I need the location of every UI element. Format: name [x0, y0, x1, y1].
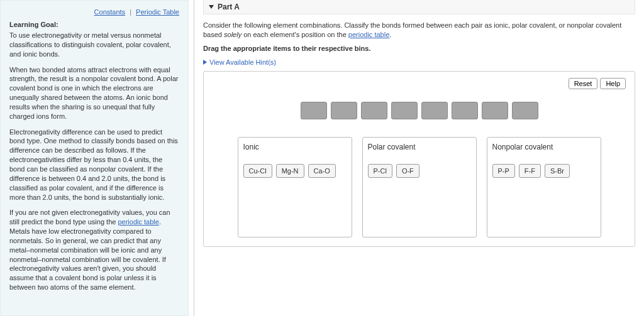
part-title: Part A — [218, 3, 240, 11]
constants-link[interactable]: Constants — [94, 8, 126, 16]
instr1-b: on each element's position on the — [242, 31, 348, 38]
bin-item[interactable]: P-P — [492, 164, 515, 178]
bin-item[interactable]: Cu-Cl — [243, 164, 272, 178]
bin-items: P-ClO-F — [368, 164, 471, 178]
instr1-italic: solely — [224, 31, 242, 38]
pool-item[interactable] — [421, 102, 448, 119]
bin-item[interactable]: O-F — [396, 164, 419, 178]
part-header[interactable]: Part A — [203, 0, 635, 14]
bin-items: P-PF-FS-Br — [492, 164, 596, 178]
pool-item[interactable] — [301, 102, 327, 119]
bin-item[interactable]: F-F — [519, 164, 541, 178]
caret-down-icon — [209, 5, 214, 9]
work-area-controls: Reset Help — [213, 78, 626, 89]
bin-title: Polar covalent — [368, 143, 471, 151]
bin-items: Cu-ClMg-NCa-O — [243, 164, 347, 178]
instr1-c: . — [389, 31, 391, 38]
pool-item[interactable] — [512, 102, 538, 119]
pool-item[interactable] — [391, 102, 418, 119]
instruction-text-1: Consider the following element combinati… — [203, 21, 635, 40]
bin-item[interactable]: P-Cl — [368, 164, 392, 178]
learning-goal-p3: Electronegativity difference can be used… — [9, 128, 179, 202]
periodic-table-link-instr[interactable]: periodic table — [348, 31, 389, 38]
learning-goal-p4: If you are not given electronegativity v… — [9, 208, 179, 292]
pool-item[interactable] — [452, 102, 478, 119]
help-button[interactable]: Help — [600, 78, 626, 89]
pool-item[interactable] — [361, 102, 387, 119]
sidebar-top-links: Constants | Periodic Table — [9, 8, 179, 16]
learning-goal-p1: To use electronegativity or metal versus… — [9, 31, 179, 59]
lg-p4-b: . Metals have low electronegativity comp… — [9, 218, 166, 291]
view-hints-link[interactable]: View Available Hint(s) — [203, 58, 635, 66]
item-pool — [213, 102, 626, 119]
sidebar: Constants | Periodic Table Learning Goal… — [0, 0, 189, 316]
learning-goal-p2: When two bonded atoms attract electrons … — [9, 65, 179, 121]
periodic-table-link-inline[interactable]: periodic table — [118, 218, 158, 226]
bin[interactable]: Polar covalentP-ClO-F — [362, 137, 477, 237]
pool-item[interactable] — [482, 102, 508, 119]
work-area: Reset Help IonicCu-ClMg-NCa-OPolar coval… — [203, 71, 635, 247]
bin-item[interactable]: S-Br — [545, 164, 570, 178]
bin-item[interactable]: Ca-O — [308, 164, 336, 178]
hints-label: View Available Hint(s) — [209, 58, 276, 66]
reset-button[interactable]: Reset — [569, 78, 598, 89]
pool-item[interactable] — [331, 102, 357, 119]
bin[interactable]: IonicCu-ClMg-NCa-O — [238, 137, 352, 237]
instruction-text-2: Drag the appropriate items to their resp… — [203, 44, 635, 53]
link-separator: | — [130, 8, 131, 16]
periodic-table-link[interactable]: Periodic Table — [136, 8, 179, 16]
bin-title: Ionic — [243, 143, 347, 151]
learning-goal-label: Learning Goal: — [9, 21, 179, 28]
bin[interactable]: Nonpolar covalentP-PF-FS-Br — [487, 137, 601, 237]
main-content: Part A Consider the following element co… — [194, 0, 644, 316]
caret-right-icon — [203, 60, 207, 65]
bins-row: IonicCu-ClMg-NCa-OPolar covalentP-ClO-FN… — [213, 137, 626, 237]
bin-item[interactable]: Mg-N — [276, 164, 304, 178]
bin-title: Nonpolar covalent — [492, 143, 596, 151]
